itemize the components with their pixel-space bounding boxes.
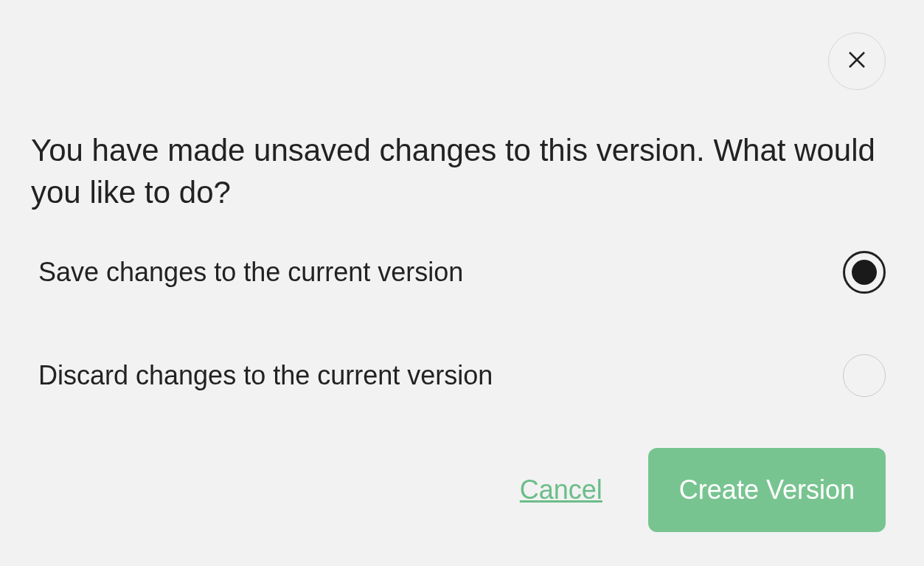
option-label: Save changes to the current version (38, 257, 463, 288)
create-version-button[interactable]: Create Version (648, 448, 886, 532)
radio-selected-icon (843, 251, 886, 294)
dialog-footer: Cancel Create Version (520, 448, 886, 532)
close-icon (846, 49, 868, 74)
option-discard-changes[interactable]: Discard changes to the current version (38, 354, 886, 397)
option-label: Discard changes to the current version (38, 360, 493, 391)
radio-unselected-icon (843, 354, 886, 397)
options-group: Save changes to the current version Disc… (38, 251, 886, 397)
close-button[interactable] (828, 32, 886, 90)
cancel-link[interactable]: Cancel (520, 474, 602, 505)
dialog-title: You have made unsaved changes to this ve… (31, 130, 886, 213)
option-save-changes[interactable]: Save changes to the current version (38, 251, 886, 294)
